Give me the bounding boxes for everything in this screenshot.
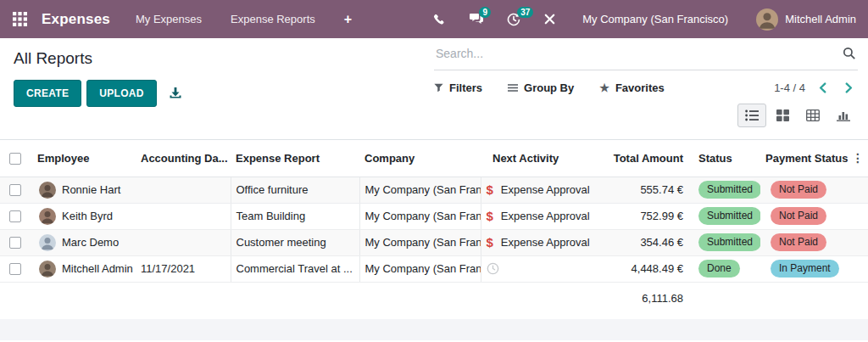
search-bar [434,38,858,70]
accounting-date-cell: 11/17/2021 [136,255,231,282]
app-name[interactable]: Expenses [42,11,110,28]
table-header-row: Employee Accounting Da... Expense Report… [0,140,868,177]
pivot-view-icon [806,109,820,121]
add-menu-button[interactable]: + [344,12,352,27]
column-header-next-activity[interactable]: Next Activity [481,140,593,177]
next-activity-label: Expense Approval [501,236,590,249]
employee-name: Keith Byrd [62,210,113,222]
accounting-date-cell [136,177,231,203]
main-menu: My Expenses Expense Reports [136,13,315,25]
column-header-accounting-date[interactable]: Accounting Da... [136,140,231,177]
filter-funnel-icon [434,83,443,93]
menu-my-expenses[interactable]: My Expenses [136,13,202,25]
accounting-date-cell [136,229,231,255]
employee-avatar [39,261,56,278]
company-cell: My Company (San Fran... [359,177,481,203]
status-badge: Done [698,260,740,278]
dollar-activity-icon[interactable]: $ [487,235,493,249]
download-icon[interactable] [169,87,182,100]
status-badge: Submitted [698,207,760,225]
phone-icon[interactable] [433,13,446,25]
list-view-button[interactable] [737,104,766,127]
user-avatar [756,8,778,31]
next-activity-label: Expense Approval [501,183,590,196]
company-cell: My Company (San Fran... [359,255,481,282]
row-checkbox[interactable] [9,237,21,249]
clock-activity-icon[interactable] [487,262,499,275]
column-header-status[interactable]: Status [688,140,760,177]
payment-status-badge: Not Paid [771,233,826,251]
total-amount-cell: 4,448.49 € [593,255,688,282]
table-footer-row: 6,111.68 [0,282,868,314]
list-view-icon [745,109,759,121]
expense-report-cell: Team Building [231,203,359,229]
table-row[interactable]: Ronnie Hart Office furniture My Company … [0,177,868,203]
total-amount-cell: 555.74 € [593,177,688,203]
upload-button[interactable]: UPLOAD [86,80,156,107]
graph-view-button[interactable] [829,104,858,127]
search-icon[interactable] [843,47,856,60]
column-header-payment-status[interactable]: Payment Status [760,140,848,177]
menu-expense-reports[interactable]: Expense Reports [231,13,315,25]
total-amount-cell: 354.46 € [593,229,688,255]
employee-avatar [39,234,56,251]
table-row[interactable]: Marc Demo Customer meeting My Company (S… [0,229,868,255]
status-badge: Submitted [698,181,760,199]
star-icon: ★ [599,82,609,93]
expense-reports-table: Employee Accounting Da... Expense Report… [0,140,868,314]
table-row[interactable]: Mitchell Admin 11/17/2021 Commercial Tra… [0,255,868,282]
row-checkbox[interactable] [9,210,21,222]
messages-icon[interactable]: 9 [469,13,484,25]
tools-icon[interactable] [543,13,556,25]
expense-report-cell: Office furniture [231,177,359,203]
column-header-employee[interactable]: Employee [31,140,136,177]
pager-value[interactable]: 1-4 / 4 [774,81,805,94]
row-checkbox[interactable] [9,263,21,275]
expense-report-cell: Customer meeting [231,229,359,255]
pager: 1-4 / 4 [774,81,858,95]
user-menu[interactable]: Mitchell Admin [756,8,856,31]
graph-view-icon [837,109,850,121]
page-title: All Reports [14,49,92,68]
apps-grid-icon[interactable] [13,12,28,27]
view-switcher [434,104,858,127]
pivot-view-button[interactable] [798,104,827,127]
filters-button[interactable]: Filters [434,81,482,94]
total-amount-sum: 6,111.68 [593,282,688,314]
group-by-icon [508,83,518,93]
pager-next-icon[interactable] [840,81,858,95]
employee-name: Marc Demo [62,236,119,249]
table-row[interactable]: Keith Byrd Team Building My Company (San… [0,203,868,229]
select-all-checkbox[interactable] [9,153,21,165]
kanban-view-icon [776,109,789,121]
accounting-date-cell [136,203,231,229]
employee-name: Mitchell Admin [62,262,133,275]
employee-avatar [39,182,56,199]
favorites-button[interactable]: ★ Favorites [599,81,664,94]
search-input[interactable] [434,38,837,65]
employee-name: Ronnie Hart [62,183,120,196]
row-checkbox[interactable] [9,184,21,196]
column-header-expense-report[interactable]: Expense Report [231,140,359,177]
bottom-band [0,319,868,340]
kanban-view-button[interactable] [768,104,797,127]
total-amount-cell: 752.99 € [593,203,688,229]
pager-previous-icon[interactable] [814,81,832,95]
activities-badge: 37 [517,7,533,18]
group-by-button[interactable]: Group By [508,81,574,94]
column-header-total-amount[interactable]: Total Amount [593,140,688,177]
activities-clock-icon[interactable]: 37 [507,13,520,26]
column-header-company[interactable]: Company [359,140,481,177]
create-button[interactable]: CREATE [14,80,81,107]
dollar-activity-icon[interactable]: $ [487,209,493,223]
messages-badge: 9 [479,7,491,18]
company-switcher[interactable]: My Company (San Francisco) [582,13,728,25]
optional-columns-icon[interactable]: ⋮ [848,140,868,177]
status-badge: Submitted [698,233,760,251]
payment-status-badge: Not Paid [771,181,826,199]
dollar-activity-icon[interactable]: $ [487,182,493,197]
expense-report-cell: Commercial Travel at ... [231,255,359,282]
control-panel: All Reports CREATE UPLOAD [0,38,868,140]
company-cell: My Company (San Fran... [359,203,481,229]
next-activity-label: Expense Approval [501,210,590,222]
